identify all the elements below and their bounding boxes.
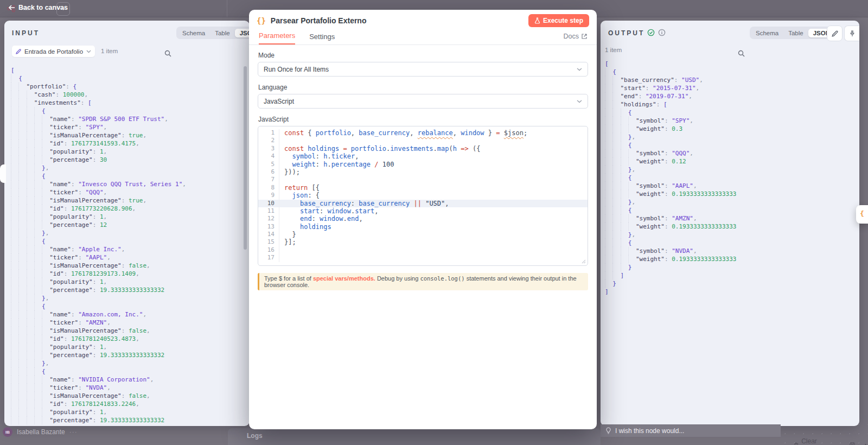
input-source-label: Entrada de Portafolio — [24, 48, 83, 55]
hint-code-text: console.log() — [420, 275, 464, 282]
execute-step-button[interactable]: Execute step — [528, 14, 589, 27]
input-panel-handle[interactable] — [0, 164, 6, 183]
input-source-selector[interactable]: Entrada de Portafolio — [12, 46, 95, 57]
avatar: IB — [3, 427, 12, 437]
pencil-icon — [16, 49, 21, 54]
back-to-canvas-label: Back to canvas — [18, 4, 68, 11]
code-line: 9 json: { — [258, 192, 588, 199]
mode-select[interactable]: Run Once for All Items — [258, 62, 588, 77]
language-label: Language — [258, 84, 588, 91]
output-tab-schema[interactable]: Schema — [751, 29, 783, 37]
input-panel-title: INPUT — [12, 29, 40, 37]
flask-icon — [534, 17, 540, 24]
user-name: Isabella Bazante — [17, 428, 65, 436]
input-view-tabs: Schema Table JSON — [176, 27, 250, 39]
input-items-count: 1 item — [101, 48, 118, 54]
user-options-button[interactable]: ··· — [69, 428, 78, 436]
code-line: 11 start: window.start, — [258, 207, 588, 215]
code-line: 2 — [258, 137, 588, 144]
code-line: 14 } — [258, 231, 588, 238]
tab-parameters[interactable]: Parameters — [259, 31, 295, 44]
success-check-icon — [647, 29, 655, 36]
output-search-icon[interactable] — [738, 50, 745, 57]
hint-text: Debug by using — [375, 275, 420, 282]
code-editor[interactable]: 1const { portfolio, base_currency, rebal… — [258, 126, 588, 266]
clear-execution-label: Clear execution — [801, 437, 839, 445]
logs-panel[interactable]: Logs — [228, 428, 601, 445]
input-tab-table[interactable]: Table — [210, 29, 235, 37]
pencil-icon — [832, 30, 838, 37]
back-to-canvas-button[interactable]: Back to canvas — [9, 4, 68, 11]
code-node-icon: { — [860, 209, 864, 218]
language-value: JavaScript — [264, 98, 294, 105]
docs-link[interactable]: Docs — [564, 33, 587, 44]
output-panel-title: OUTPUT — [608, 29, 644, 37]
chevron-down-icon — [577, 68, 582, 71]
node-feedback-input[interactable]: I wish this node would... — [601, 424, 781, 437]
code-line: 3const holdings = portfolio.investments.… — [258, 145, 588, 152]
resize-handle-icon[interactable] — [582, 259, 586, 264]
user-menu[interactable]: IB Isabella Bazante ··· — [3, 427, 78, 437]
code-node-icon: {} — [257, 16, 266, 25]
topbar-divider — [227, 0, 227, 17]
code-line: 4 symbol: h.ticker, — [258, 152, 588, 160]
editor-label: JavaScript — [258, 116, 588, 123]
edit-output-button[interactable] — [827, 26, 843, 41]
hint-em-text[interactable]: special vars/methods. — [313, 275, 375, 282]
save-icon[interactable] — [850, 442, 855, 445]
pin-output-button[interactable] — [844, 26, 859, 41]
output-panel: OUTPUT Schema Table JSON 1 item [ { "bas… — [601, 21, 859, 426]
code-line: 16 — [258, 246, 588, 254]
output-json-view: [ { "base_currency": "USD", "start": "20… — [605, 60, 854, 426]
code-line: 12 end: window.end, — [258, 215, 588, 223]
chevron-down-icon — [86, 50, 91, 53]
lightbulb-icon — [605, 427, 611, 434]
mode-value: Run Once for All Items — [264, 66, 329, 73]
logs-label: Logs — [247, 432, 263, 440]
next-node-peek[interactable]: { — [856, 205, 868, 224]
code-line: 1const { portfolio, base_currency, rebal… — [258, 129, 588, 137]
output-items-count: 1 item — [605, 47, 622, 53]
hint-text: Type $ for a list of — [264, 275, 313, 282]
input-scrollbar[interactable] — [244, 66, 247, 250]
info-icon[interactable] — [658, 29, 666, 36]
code-line: 7 — [258, 176, 588, 183]
code-line: 15}]; — [258, 238, 588, 246]
code-line: 13 holdings — [258, 223, 588, 231]
input-json-view: [ { "portfolio": { "cash": 100000, "inve… — [11, 66, 243, 426]
node-title: Parsear Portafolio Externo — [271, 16, 367, 25]
modal-tabs: Parameters Settings Docs — [249, 31, 597, 45]
input-tab-schema[interactable]: Schema — [177, 29, 210, 37]
node-feedback-placeholder: I wish this node would... — [615, 427, 684, 435]
parameters-body: Mode Run Once for All Items Language Jav… — [249, 45, 597, 297]
output-view-tabs: Schema Table JSON — [750, 27, 836, 39]
code-line: 6})); — [258, 168, 588, 176]
input-search-icon[interactable] — [164, 50, 171, 57]
arrow-left-icon — [9, 5, 15, 10]
code-line: 5 weight: h.percentage / 100 — [258, 161, 588, 168]
docs-label: Docs — [564, 33, 579, 40]
editor-hint-bar: Type $ for a list of special vars/method… — [258, 273, 588, 290]
output-tab-table[interactable]: Table — [783, 29, 808, 37]
code-line: 17 — [258, 254, 588, 262]
language-select[interactable]: JavaScript — [258, 94, 588, 109]
trash-icon — [794, 442, 799, 445]
input-panel: INPUT Schema Table JSON Entrada de Porta… — [4, 21, 250, 426]
modal-header: {} Parsear Portafolio Externo Execute st… — [249, 10, 597, 31]
code-line: 8return [{ — [258, 184, 588, 192]
execute-step-label: Execute step — [543, 17, 583, 24]
node-detail-modal: {} Parsear Portafolio Externo Execute st… — [249, 10, 597, 429]
tab-settings[interactable]: Settings — [309, 33, 335, 44]
chevron-down-icon — [577, 100, 582, 103]
pin-icon — [849, 30, 856, 37]
collapse-icon[interactable] — [863, 443, 868, 445]
input-tab-json[interactable]: JSON — [235, 29, 250, 37]
external-link-icon — [582, 34, 587, 39]
mode-label: Mode — [258, 52, 588, 59]
code-line: 10 base_currency: base_currency || "USD"… — [258, 200, 588, 207]
clear-execution-button[interactable]: Clear execution — [794, 437, 868, 445]
